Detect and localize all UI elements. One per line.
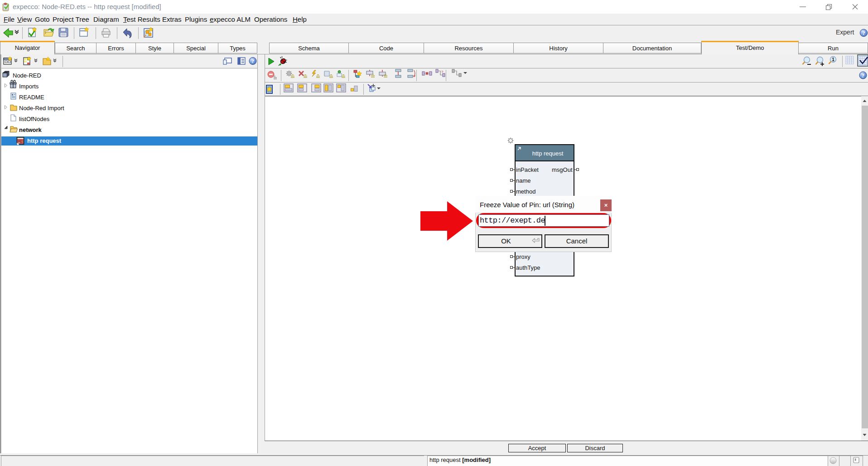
svg-text:1: 1 (832, 57, 834, 62)
svg-text:?: ? (862, 30, 865, 36)
svg-text:?: ? (441, 70, 444, 74)
svg-text:?: ? (862, 73, 864, 79)
svg-text:?: ? (251, 58, 254, 64)
